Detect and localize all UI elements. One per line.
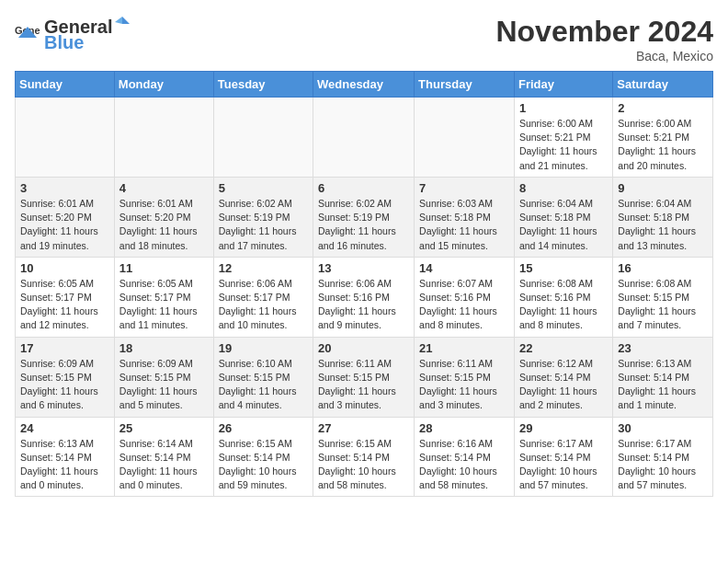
day-number: 22 <box>519 341 608 355</box>
calendar-cell: 29Sunrise: 6:17 AM Sunset: 5:14 PM Dayli… <box>514 417 612 497</box>
calendar-cell: 27Sunrise: 6:15 AM Sunset: 5:14 PM Dayli… <box>313 417 415 497</box>
calendar-cell: 24Sunrise: 6:13 AM Sunset: 5:14 PM Dayli… <box>16 417 115 497</box>
month-title: November 2024 <box>495 15 713 49</box>
day-info: Sunrise: 6:04 AM Sunset: 5:18 PM Dayligh… <box>519 197 608 253</box>
calendar-week-5: 24Sunrise: 6:13 AM Sunset: 5:14 PM Dayli… <box>16 417 713 497</box>
calendar-week-3: 10Sunrise: 6:05 AM Sunset: 5:17 PM Dayli… <box>16 257 713 337</box>
day-info: Sunrise: 6:01 AM Sunset: 5:20 PM Dayligh… <box>119 197 209 253</box>
calendar-cell: 9Sunrise: 6:04 AM Sunset: 5:18 PM Daylig… <box>613 177 713 257</box>
day-number: 26 <box>219 421 308 435</box>
day-info: Sunrise: 6:06 AM Sunset: 5:16 PM Dayligh… <box>318 277 409 333</box>
logo: General General Blue <box>15 15 131 53</box>
calendar-cell: 2Sunrise: 6:00 AM Sunset: 5:21 PM Daylig… <box>613 98 713 178</box>
day-info: Sunrise: 6:09 AM Sunset: 5:15 PM Dayligh… <box>119 357 209 413</box>
day-number: 13 <box>318 261 409 275</box>
day-info: Sunrise: 6:05 AM Sunset: 5:17 PM Dayligh… <box>119 277 209 333</box>
day-info: Sunrise: 6:08 AM Sunset: 5:16 PM Dayligh… <box>519 277 608 333</box>
day-number: 11 <box>119 261 209 275</box>
day-number: 20 <box>318 341 409 355</box>
weekday-header-saturday: Saturday <box>613 72 713 98</box>
day-number: 3 <box>20 181 109 195</box>
title-block: November 2024 Baca, Mexico <box>495 15 713 63</box>
calendar-cell: 30Sunrise: 6:17 AM Sunset: 5:14 PM Dayli… <box>613 417 713 497</box>
calendar-cell: 26Sunrise: 6:15 AM Sunset: 5:14 PM Dayli… <box>213 417 313 497</box>
calendar-cell: 7Sunrise: 6:03 AM Sunset: 5:18 PM Daylig… <box>415 177 515 257</box>
day-number: 29 <box>519 421 608 435</box>
day-info: Sunrise: 6:01 AM Sunset: 5:20 PM Dayligh… <box>20 197 109 253</box>
day-number: 14 <box>419 261 509 275</box>
day-number: 25 <box>119 421 209 435</box>
calendar-cell: 6Sunrise: 6:02 AM Sunset: 5:19 PM Daylig… <box>313 177 415 257</box>
weekday-header-sunday: Sunday <box>16 72 115 98</box>
calendar-cell: 23Sunrise: 6:13 AM Sunset: 5:14 PM Dayli… <box>613 337 713 417</box>
calendar-cell: 18Sunrise: 6:09 AM Sunset: 5:15 PM Dayli… <box>114 337 213 417</box>
calendar-cell: 25Sunrise: 6:14 AM Sunset: 5:14 PM Dayli… <box>114 417 213 497</box>
day-info: Sunrise: 6:15 AM Sunset: 5:14 PM Dayligh… <box>318 437 409 493</box>
day-number: 6 <box>318 181 409 195</box>
day-info: Sunrise: 6:02 AM Sunset: 5:19 PM Dayligh… <box>318 197 409 253</box>
day-number: 15 <box>519 261 608 275</box>
day-number: 8 <box>519 181 608 195</box>
day-info: Sunrise: 6:14 AM Sunset: 5:14 PM Dayligh… <box>119 437 209 493</box>
day-number: 7 <box>419 181 509 195</box>
calendar-cell <box>213 98 313 178</box>
calendar-cell: 13Sunrise: 6:06 AM Sunset: 5:16 PM Dayli… <box>313 257 415 337</box>
calendar-cell: 4Sunrise: 6:01 AM Sunset: 5:20 PM Daylig… <box>114 177 213 257</box>
calendar-cell: 21Sunrise: 6:11 AM Sunset: 5:15 PM Dayli… <box>415 337 515 417</box>
calendar-cell <box>415 98 515 178</box>
logo-bird-icon <box>113 15 131 33</box>
day-number: 9 <box>618 181 708 195</box>
calendar-cell: 5Sunrise: 6:02 AM Sunset: 5:19 PM Daylig… <box>213 177 313 257</box>
day-info: Sunrise: 6:15 AM Sunset: 5:14 PM Dayligh… <box>219 437 308 493</box>
day-info: Sunrise: 6:02 AM Sunset: 5:19 PM Dayligh… <box>219 197 308 253</box>
calendar-cell: 11Sunrise: 6:05 AM Sunset: 5:17 PM Dayli… <box>114 257 213 337</box>
calendar-cell: 8Sunrise: 6:04 AM Sunset: 5:18 PM Daylig… <box>514 177 612 257</box>
location: Baca, Mexico <box>495 49 713 63</box>
calendar-cell: 28Sunrise: 6:16 AM Sunset: 5:14 PM Dayli… <box>415 417 515 497</box>
calendar-cell: 15Sunrise: 6:08 AM Sunset: 5:16 PM Dayli… <box>514 257 612 337</box>
day-info: Sunrise: 6:13 AM Sunset: 5:14 PM Dayligh… <box>20 437 109 493</box>
svg-marker-2 <box>122 17 130 24</box>
day-number: 5 <box>219 181 308 195</box>
day-number: 24 <box>20 421 109 435</box>
weekday-header-monday: Monday <box>114 72 213 98</box>
logo-icon: General <box>15 21 40 47</box>
day-number: 1 <box>519 101 608 115</box>
day-number: 16 <box>618 261 708 275</box>
calendar-cell: 14Sunrise: 6:07 AM Sunset: 5:16 PM Dayli… <box>415 257 515 337</box>
day-number: 28 <box>419 421 509 435</box>
day-number: 23 <box>618 341 708 355</box>
day-number: 19 <box>219 341 308 355</box>
weekday-header-friday: Friday <box>514 72 612 98</box>
day-info: Sunrise: 6:13 AM Sunset: 5:14 PM Dayligh… <box>618 357 708 413</box>
calendar-cell: 17Sunrise: 6:09 AM Sunset: 5:15 PM Dayli… <box>16 337 115 417</box>
calendar-week-1: 1Sunrise: 6:00 AM Sunset: 5:21 PM Daylig… <box>16 98 713 178</box>
weekday-header-thursday: Thursday <box>415 72 515 98</box>
day-info: Sunrise: 6:16 AM Sunset: 5:14 PM Dayligh… <box>419 437 509 493</box>
page-header: General General Blue November 2024 Baca,… <box>15 15 713 63</box>
day-number: 12 <box>219 261 308 275</box>
day-info: Sunrise: 6:10 AM Sunset: 5:15 PM Dayligh… <box>219 357 308 413</box>
calendar-cell: 3Sunrise: 6:01 AM Sunset: 5:20 PM Daylig… <box>16 177 115 257</box>
calendar-cell: 20Sunrise: 6:11 AM Sunset: 5:15 PM Dayli… <box>313 337 415 417</box>
calendar-week-2: 3Sunrise: 6:01 AM Sunset: 5:20 PM Daylig… <box>16 177 713 257</box>
day-info: Sunrise: 6:17 AM Sunset: 5:14 PM Dayligh… <box>519 437 608 493</box>
day-info: Sunrise: 6:11 AM Sunset: 5:15 PM Dayligh… <box>318 357 409 413</box>
weekday-header-wednesday: Wednesday <box>313 72 415 98</box>
day-number: 27 <box>318 421 409 435</box>
day-number: 21 <box>419 341 509 355</box>
day-info: Sunrise: 6:03 AM Sunset: 5:18 PM Dayligh… <box>419 197 509 253</box>
calendar-cell <box>313 98 415 178</box>
day-number: 2 <box>618 101 708 115</box>
day-info: Sunrise: 6:11 AM Sunset: 5:15 PM Dayligh… <box>419 357 509 413</box>
day-info: Sunrise: 6:04 AM Sunset: 5:18 PM Dayligh… <box>618 197 708 253</box>
calendar-cell <box>16 98 115 178</box>
day-info: Sunrise: 6:09 AM Sunset: 5:15 PM Dayligh… <box>20 357 109 413</box>
calendar-cell <box>114 98 213 178</box>
calendar-week-4: 17Sunrise: 6:09 AM Sunset: 5:15 PM Dayli… <box>16 337 713 417</box>
calendar-cell: 12Sunrise: 6:06 AM Sunset: 5:17 PM Dayli… <box>213 257 313 337</box>
day-number: 30 <box>618 421 708 435</box>
day-info: Sunrise: 6:12 AM Sunset: 5:14 PM Dayligh… <box>519 357 608 413</box>
day-info: Sunrise: 6:06 AM Sunset: 5:17 PM Dayligh… <box>219 277 308 333</box>
calendar-cell: 22Sunrise: 6:12 AM Sunset: 5:14 PM Dayli… <box>514 337 612 417</box>
